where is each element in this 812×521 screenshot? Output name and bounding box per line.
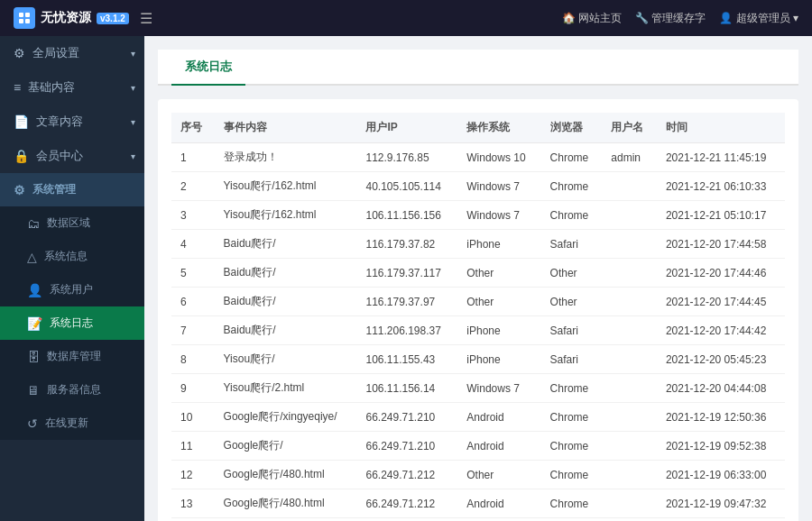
- main-content: 系统日志 序号 事件内容 用户IP 操作系统 浏览器 用户名 时间: [144, 36, 812, 521]
- cell-user: [602, 403, 657, 432]
- tab-sys-log[interactable]: 系统日志: [171, 50, 245, 86]
- sidebar-item-label: 文章内容: [36, 114, 83, 130]
- cell-id: 8: [171, 345, 215, 374]
- cell-browser: Chrome: [541, 172, 603, 201]
- topbar: 无忧资源 v3.1.2 ☰ 🏠 网站主页 🔧 管理缓存字 👤 超级管理员 ▾: [0, 0, 812, 36]
- cell-browser: Other: [541, 288, 603, 316]
- cell-browser: Chrome: [541, 432, 603, 461]
- page-tabs: 系统日志: [171, 50, 785, 84]
- sidebar-sys-info[interactable]: △ 系统信息: [0, 240, 144, 273]
- cell-user: [602, 518, 657, 522]
- sidebar-sub-menu: 🗂 数据区域 △ 系统信息 👤 系统用户 📝 系统日志 🗄 数据库管: [0, 206, 144, 440]
- table-row: 7 Baidu爬行/ 111.206.198.37 iPhone Safari …: [171, 316, 785, 345]
- sidebar-member-center[interactable]: 🔒 会员中心: [0, 139, 144, 173]
- sidebar-item-label: 全局设置: [32, 45, 79, 61]
- cell-event: Google爬行/: [215, 432, 357, 461]
- col-event: 事件内容: [215, 113, 357, 143]
- sidebar-db-manage[interactable]: 🗄 数据库管理: [0, 340, 144, 373]
- logo-icon: [14, 7, 35, 29]
- cell-event: Yisou爬行/: [215, 345, 357, 374]
- sidebar-server-info[interactable]: 🖥 服务器信息: [0, 373, 144, 407]
- sidebar-sys-user[interactable]: 👤 系统用户: [0, 273, 144, 306]
- manage-cache-link[interactable]: 🔧 管理缓存字: [635, 11, 706, 26]
- sidebar-online-update[interactable]: ↺ 在线更新: [0, 407, 144, 440]
- settings-icon: ⚙: [14, 46, 25, 60]
- cell-event: Baidu爬行/: [215, 288, 357, 316]
- cell-time: 2021-12-20 17:44:45: [657, 288, 785, 316]
- table-row: 13 Google爬行/480.html 66.249.71.212 Andro…: [171, 489, 785, 518]
- cell-os: Android: [457, 403, 540, 432]
- cell-browser: Chrome: [541, 518, 603, 522]
- table-row: 1 登录成功！ 112.9.176.85 Windows 10 Chrome a…: [171, 143, 785, 172]
- version-badge: v3.1.2: [97, 13, 129, 24]
- sidebar-item-label: 服务器信息: [47, 382, 101, 398]
- cell-browser: Chrome: [541, 489, 603, 518]
- sidebar-sys-log[interactable]: 📝 系统日志: [0, 306, 144, 340]
- member-icon: 🔒: [14, 149, 29, 163]
- cell-browser: Chrome: [541, 374, 603, 403]
- logo-text: 无忧资源: [41, 10, 91, 26]
- cell-user: [602, 172, 657, 201]
- svg-rect-1: [25, 13, 30, 17]
- cell-event: Baidu爬行/: [215, 259, 357, 288]
- cell-user: [602, 288, 657, 316]
- cell-ip: 112.9.176.85: [356, 143, 457, 172]
- data-area-icon: 🗂: [27, 216, 40, 231]
- cell-event: Yisou爬行/162.html: [215, 172, 357, 201]
- cell-user: [602, 432, 657, 461]
- svg-rect-3: [25, 19, 30, 23]
- cell-os: iPhone: [457, 345, 540, 374]
- cell-user: [602, 461, 657, 489]
- table-row: 8 Yisou爬行/ 106.11.155.43 iPhone Safari 2…: [171, 345, 785, 374]
- cell-user: [602, 489, 657, 518]
- table-row: 3 Yisou爬行/162.html 106.11.156.156 Window…: [171, 201, 785, 230]
- cell-time: 2021-12-20 17:44:42: [657, 316, 785, 345]
- cell-ip: 106.11.155.43: [356, 345, 457, 374]
- cell-user: admin: [602, 143, 657, 172]
- sidebar-item-label: 基础内容: [28, 79, 75, 96]
- site-home-link[interactable]: 🏠 网站主页: [562, 11, 622, 26]
- cell-os: Android: [457, 432, 540, 461]
- table-header: 序号 事件内容 用户IP 操作系统 浏览器 用户名 时间: [171, 113, 785, 143]
- cell-user: [602, 374, 657, 403]
- cell-id: 14: [171, 518, 215, 522]
- cell-event: Google爬行/480.html: [215, 489, 357, 518]
- article-icon: 📄: [14, 114, 29, 129]
- sidebar-article-content[interactable]: 📄 文章内容: [0, 105, 144, 139]
- cell-os: Windows 10: [457, 143, 540, 172]
- sidebar-item-label: 数据区域: [47, 215, 90, 231]
- cell-ip: 66.249.71.210: [356, 403, 457, 432]
- cell-event: Yisou爬行/162.html: [215, 201, 357, 230]
- cell-ip: 116.179.37.117: [356, 259, 457, 288]
- cell-ip: 106.11.156.156: [356, 201, 457, 230]
- logo: 无忧资源 v3.1.2: [14, 7, 129, 29]
- admin-user-link[interactable]: 👤 超级管理员 ▾: [719, 11, 798, 26]
- cell-time: 2021-12-21 11:45:19: [657, 143, 785, 172]
- table-row: 2 Yisou爬行/162.html 40.105.105.114 Window…: [171, 172, 785, 201]
- cell-ip: 116.179.37.97: [356, 288, 457, 316]
- cell-os: Android: [457, 489, 540, 518]
- sidebar-data-area[interactable]: 🗂 数据区域: [0, 206, 144, 240]
- sidebar-basic-content[interactable]: ≡ 基础内容: [0, 70, 144, 105]
- menu-toggle-icon[interactable]: ☰: [140, 10, 152, 27]
- sidebar-item-label: 会员中心: [36, 148, 83, 164]
- sidebar-menu: ⚙ 全局设置 ≡ 基础内容 📄 文章内容 🔒 会员中心 ⚙ 系统管理: [0, 36, 144, 440]
- sidebar-system-manage-header: ⚙ 系统管理: [0, 173, 144, 206]
- sidebar-item-label: 系统日志: [50, 315, 93, 331]
- cell-time: 2021-12-19 12:50:36: [657, 403, 785, 432]
- server-icon: 🖥: [27, 383, 40, 398]
- cell-ip: 66.249.71.210: [356, 432, 457, 461]
- cell-time: 2021-12-19 09:52:38: [657, 432, 785, 461]
- cell-event: Yisou爬行/2.html: [215, 374, 357, 403]
- cell-ip: 116.179.37.82: [356, 230, 457, 259]
- cell-ip: 106.11.155.49: [356, 518, 457, 522]
- sidebar-global-settings[interactable]: ⚙ 全局设置: [0, 36, 144, 70]
- sys-log-icon: 📝: [27, 316, 42, 331]
- cell-os: Other: [457, 461, 540, 489]
- cell-browser: Chrome: [541, 403, 603, 432]
- layout: ⚙ 全局设置 ≡ 基础内容 📄 文章内容 🔒 会员中心 ⚙ 系统管理: [0, 36, 812, 521]
- cell-time: 2021-12-19 06:33:00: [657, 461, 785, 489]
- cell-user: [602, 345, 657, 374]
- cell-id: 12: [171, 461, 215, 489]
- cell-browser: Other: [541, 259, 603, 288]
